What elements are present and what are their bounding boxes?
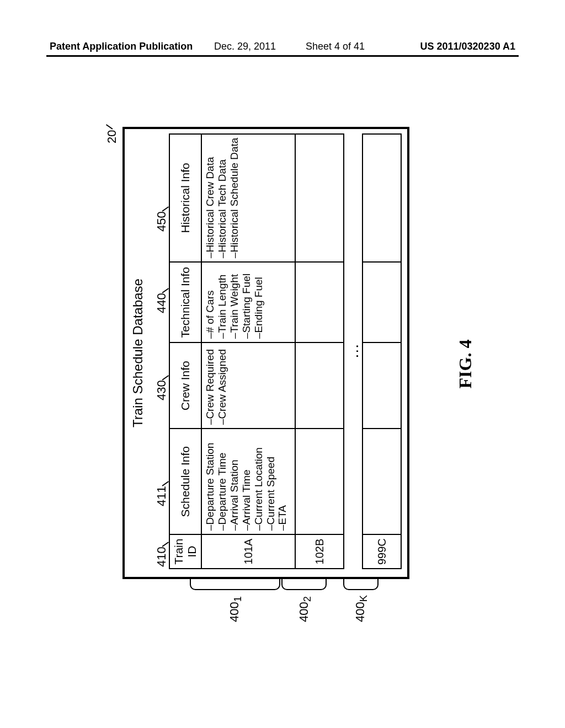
brace-row-2 <box>281 577 327 590</box>
header-docnum: US 2011/0320230 A1 <box>420 41 515 52</box>
table-row-ellipsis: … <box>344 134 363 569</box>
header-publication: Patent Application Publication <box>50 41 193 52</box>
th-crew: Crew Info <box>169 342 201 429</box>
table-row: 101A –Departure Station –Departure Time … <box>201 134 295 569</box>
ref-database: 20 <box>105 119 119 143</box>
brace-row-1 <box>190 577 280 590</box>
ref-col-hist: 450 <box>154 201 169 232</box>
ref-col-schedule: 411 <box>154 476 169 506</box>
th-train-id: Train ID <box>169 534 201 569</box>
table-header-row: Train ID Schedule Info Crew Info Technic… <box>169 134 201 569</box>
cell-hist: –Historical Crew Data –Historical Tech D… <box>201 134 295 263</box>
cell-tech <box>363 262 401 342</box>
database-table: Train ID Schedule Info Crew Info Technic… <box>169 133 402 569</box>
ellipsis: … <box>344 134 363 569</box>
cell-schedule <box>295 429 344 534</box>
cell-hist <box>363 134 401 263</box>
table-row: 102B <box>295 134 344 569</box>
ref-row-2: 4002 <box>297 596 313 622</box>
cell-train-id: 999C <box>363 534 401 569</box>
header-rule <box>46 55 519 57</box>
ref-row-1: 4001 <box>227 596 244 622</box>
cell-train-id: 102B <box>295 534 344 569</box>
ref-row-k: 400K <box>353 595 370 622</box>
figure-caption: FIG. 4 <box>455 99 476 629</box>
database-title: Train Schedule Database <box>130 129 146 577</box>
header-sheet: Sheet 4 of 41 <box>306 41 365 52</box>
cell-schedule: –Departure Station –Departure Time –Arri… <box>201 429 295 534</box>
th-tech: Technical Info <box>169 262 201 342</box>
cell-crew <box>363 342 401 429</box>
cell-crew: –Crew Required –Crew Assigned <box>201 342 295 429</box>
ref-col-train-id: 410 <box>154 537 169 567</box>
th-schedule: Schedule Info <box>169 429 201 534</box>
table-row: 999C <box>363 134 401 569</box>
th-hist: Historical Info <box>169 134 201 263</box>
cell-hist <box>295 134 344 263</box>
ref-col-tech: 440 <box>154 283 169 313</box>
cell-crew <box>295 342 344 429</box>
patent-page: Patent Application Publication Dec. 29, … <box>0 0 565 728</box>
figure-4: 20 Train Schedule Database 410 411 430 4… <box>89 99 476 629</box>
cell-tech: –# of Cars –Train Length –Train Weight –… <box>201 262 295 342</box>
cell-train-id: 101A <box>201 534 295 569</box>
database-box: Train Schedule Database 410 411 430 440 … <box>122 127 409 579</box>
ref-col-crew: 430 <box>154 370 169 400</box>
cell-tech <box>295 262 344 342</box>
header-date: Dec. 29, 2011 <box>214 41 276 52</box>
cell-schedule <box>363 429 401 534</box>
brace-row-k <box>343 577 379 590</box>
